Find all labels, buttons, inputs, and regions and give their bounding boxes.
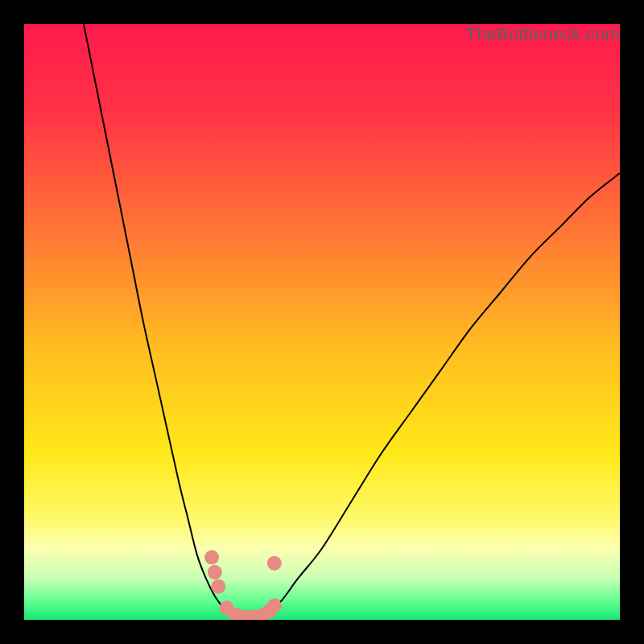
watermark-text: TheBottleneck.com [465, 24, 620, 45]
bottleneck-curve [84, 24, 620, 618]
chart-svg [24, 24, 620, 620]
data-marker [204, 550, 219, 564]
data-marker [267, 556, 282, 571]
data-marker [267, 598, 282, 613]
plot-area: TheBottleneck.com [24, 24, 620, 620]
outer-frame: TheBottleneck.com [0, 0, 644, 644]
data-marker [211, 580, 225, 594]
data-marker [208, 565, 222, 580]
